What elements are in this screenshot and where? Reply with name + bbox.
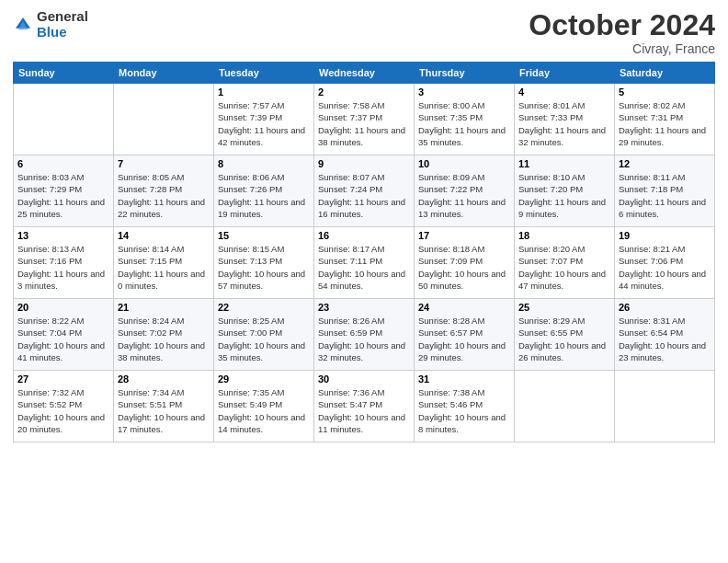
calendar-cell: 28Sunrise: 7:34 AM Sunset: 5:51 PM Dayli… <box>114 371 214 442</box>
day-detail: Sunrise: 8:13 AM Sunset: 7:16 PM Dayligh… <box>17 243 109 292</box>
calendar-cell: 26Sunrise: 8:31 AM Sunset: 6:54 PM Dayli… <box>615 299 715 371</box>
calendar-header-monday: Monday <box>114 63 214 84</box>
day-number: 18 <box>518 230 610 241</box>
calendar-cell <box>515 371 615 442</box>
calendar-table: SundayMondayTuesdayWednesdayThursdayFrid… <box>13 62 715 442</box>
day-number: 25 <box>518 302 610 313</box>
calendar-week-row: 1Sunrise: 7:57 AM Sunset: 7:39 PM Daylig… <box>14 84 715 155</box>
calendar-cell: 25Sunrise: 8:29 AM Sunset: 6:55 PM Dayli… <box>515 299 615 371</box>
calendar-cell: 21Sunrise: 8:24 AM Sunset: 7:02 PM Dayli… <box>114 299 214 371</box>
day-number: 17 <box>418 230 510 241</box>
calendar-header-wednesday: Wednesday <box>314 63 415 84</box>
calendar-cell: 17Sunrise: 8:18 AM Sunset: 7:09 PM Dayli… <box>415 227 515 299</box>
day-detail: Sunrise: 8:15 AM Sunset: 7:13 PM Dayligh… <box>218 243 310 292</box>
day-detail: Sunrise: 8:24 AM Sunset: 7:02 PM Dayligh… <box>118 315 210 363</box>
day-number: 10 <box>418 158 510 169</box>
calendar-header-row: SundayMondayTuesdayWednesdayThursdayFrid… <box>14 63 715 84</box>
day-detail: Sunrise: 8:11 AM Sunset: 7:18 PM Dayligh… <box>619 171 711 220</box>
day-number: 3 <box>418 86 510 98</box>
month-title: October 2024 <box>529 9 715 41</box>
day-number: 2 <box>318 86 410 98</box>
day-number: 26 <box>619 302 711 313</box>
logo-icon <box>13 15 33 35</box>
day-number: 28 <box>118 373 210 385</box>
day-number: 20 <box>17 302 109 313</box>
calendar-cell: 3Sunrise: 8:00 AM Sunset: 7:35 PM Daylig… <box>415 84 515 155</box>
calendar-cell: 12Sunrise: 8:11 AM Sunset: 7:18 PM Dayli… <box>615 155 715 227</box>
logo: General Blue <box>13 9 88 40</box>
day-detail: Sunrise: 8:01 AM Sunset: 7:33 PM Dayligh… <box>518 99 610 148</box>
calendar-cell: 24Sunrise: 8:28 AM Sunset: 6:57 PM Dayli… <box>415 299 515 371</box>
calendar-cell: 29Sunrise: 7:35 AM Sunset: 5:49 PM Dayli… <box>214 371 314 442</box>
day-number: 16 <box>318 230 410 241</box>
calendar-week-row: 20Sunrise: 8:22 AM Sunset: 7:04 PM Dayli… <box>14 299 715 371</box>
day-detail: Sunrise: 7:58 AM Sunset: 7:37 PM Dayligh… <box>318 99 410 148</box>
day-number: 21 <box>118 302 210 313</box>
day-detail: Sunrise: 8:02 AM Sunset: 7:31 PM Dayligh… <box>619 99 711 148</box>
calendar-cell: 23Sunrise: 8:26 AM Sunset: 6:59 PM Dayli… <box>314 299 415 371</box>
calendar-week-row: 27Sunrise: 7:32 AM Sunset: 5:52 PM Dayli… <box>14 371 715 442</box>
calendar-header-sunday: Sunday <box>14 63 114 84</box>
calendar-cell: 20Sunrise: 8:22 AM Sunset: 7:04 PM Dayli… <box>14 299 114 371</box>
day-detail: Sunrise: 7:32 AM Sunset: 5:52 PM Dayligh… <box>17 386 109 435</box>
day-number: 15 <box>218 230 310 241</box>
page: General Blue October 2024 Civray, France… <box>0 0 728 563</box>
day-detail: Sunrise: 8:07 AM Sunset: 7:24 PM Dayligh… <box>318 171 410 220</box>
day-number: 9 <box>318 158 410 169</box>
day-number: 29 <box>218 373 310 385</box>
calendar-cell: 16Sunrise: 8:17 AM Sunset: 7:11 PM Dayli… <box>314 227 415 299</box>
calendar-cell: 11Sunrise: 8:10 AM Sunset: 7:20 PM Dayli… <box>515 155 615 227</box>
day-detail: Sunrise: 7:35 AM Sunset: 5:49 PM Dayligh… <box>218 386 310 435</box>
calendar-header-saturday: Saturday <box>615 63 715 84</box>
day-number: 23 <box>318 302 410 313</box>
day-detail: Sunrise: 8:06 AM Sunset: 7:26 PM Dayligh… <box>218 171 310 220</box>
calendar-cell: 27Sunrise: 7:32 AM Sunset: 5:52 PM Dayli… <box>14 371 114 442</box>
day-number: 31 <box>418 373 510 385</box>
calendar-cell: 4Sunrise: 8:01 AM Sunset: 7:33 PM Daylig… <box>515 84 615 155</box>
day-detail: Sunrise: 8:22 AM Sunset: 7:04 PM Dayligh… <box>17 315 109 363</box>
day-detail: Sunrise: 7:34 AM Sunset: 5:51 PM Dayligh… <box>118 386 210 435</box>
day-detail: Sunrise: 8:05 AM Sunset: 7:28 PM Dayligh… <box>118 171 210 220</box>
day-number: 22 <box>218 302 310 313</box>
title-area: October 2024 Civray, France <box>529 9 715 56</box>
calendar-cell: 14Sunrise: 8:14 AM Sunset: 7:15 PM Dayli… <box>114 227 214 299</box>
calendar-cell: 19Sunrise: 8:21 AM Sunset: 7:06 PM Dayli… <box>615 227 715 299</box>
day-detail: Sunrise: 7:38 AM Sunset: 5:46 PM Dayligh… <box>418 386 510 435</box>
day-detail: Sunrise: 8:10 AM Sunset: 7:20 PM Dayligh… <box>518 171 610 220</box>
calendar-week-row: 13Sunrise: 8:13 AM Sunset: 7:16 PM Dayli… <box>14 227 715 299</box>
day-number: 27 <box>17 373 109 385</box>
day-number: 19 <box>619 230 711 241</box>
calendar-cell <box>615 371 715 442</box>
calendar-cell: 5Sunrise: 8:02 AM Sunset: 7:31 PM Daylig… <box>615 84 715 155</box>
calendar-week-row: 6Sunrise: 8:03 AM Sunset: 7:29 PM Daylig… <box>14 155 715 227</box>
day-detail: Sunrise: 8:18 AM Sunset: 7:09 PM Dayligh… <box>418 243 510 292</box>
header: General Blue October 2024 Civray, France <box>13 9 715 56</box>
logo-blue-text: Blue <box>37 25 88 40</box>
day-number: 1 <box>218 86 310 98</box>
calendar-cell: 2Sunrise: 7:58 AM Sunset: 7:37 PM Daylig… <box>314 84 415 155</box>
day-number: 7 <box>118 158 210 169</box>
day-number: 13 <box>17 230 109 241</box>
calendar-cell: 9Sunrise: 8:07 AM Sunset: 7:24 PM Daylig… <box>314 155 415 227</box>
calendar-cell: 1Sunrise: 7:57 AM Sunset: 7:39 PM Daylig… <box>214 84 314 155</box>
calendar-cell <box>14 84 114 155</box>
day-detail: Sunrise: 8:20 AM Sunset: 7:07 PM Dayligh… <box>518 243 610 292</box>
day-number: 4 <box>518 86 610 98</box>
location: Civray, France <box>529 41 715 56</box>
calendar-cell: 10Sunrise: 8:09 AM Sunset: 7:22 PM Dayli… <box>415 155 515 227</box>
calendar-header-thursday: Thursday <box>415 63 515 84</box>
day-number: 5 <box>619 86 711 98</box>
calendar-cell: 31Sunrise: 7:38 AM Sunset: 5:46 PM Dayli… <box>415 371 515 442</box>
day-detail: Sunrise: 8:17 AM Sunset: 7:11 PM Dayligh… <box>318 243 410 292</box>
day-detail: Sunrise: 8:25 AM Sunset: 7:00 PM Dayligh… <box>218 315 310 363</box>
day-detail: Sunrise: 8:26 AM Sunset: 6:59 PM Dayligh… <box>318 315 410 363</box>
day-number: 30 <box>318 373 410 385</box>
calendar-header-friday: Friday <box>515 63 615 84</box>
calendar-cell: 8Sunrise: 8:06 AM Sunset: 7:26 PM Daylig… <box>214 155 314 227</box>
day-detail: Sunrise: 8:31 AM Sunset: 6:54 PM Dayligh… <box>619 315 711 363</box>
day-detail: Sunrise: 7:57 AM Sunset: 7:39 PM Dayligh… <box>218 99 310 148</box>
logo-general-text: General <box>37 9 88 25</box>
calendar-cell: 15Sunrise: 8:15 AM Sunset: 7:13 PM Dayli… <box>214 227 314 299</box>
day-detail: Sunrise: 8:09 AM Sunset: 7:22 PM Dayligh… <box>418 171 510 220</box>
day-number: 6 <box>17 158 109 169</box>
